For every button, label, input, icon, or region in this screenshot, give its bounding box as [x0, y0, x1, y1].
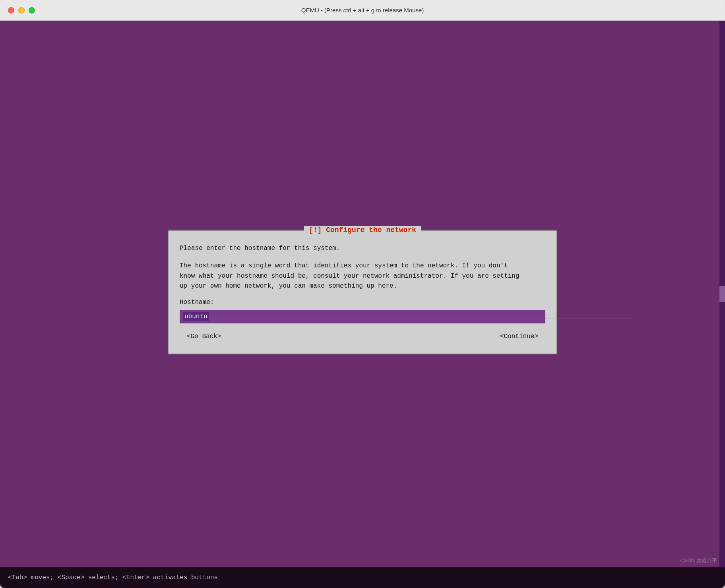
mac-window: QEMU - (Press ctrl + alt + g to release … [0, 0, 725, 588]
hostname-value: ubuntu [183, 312, 209, 321]
dialog-title: [!] Configure the network [304, 226, 421, 234]
bottom-bar: <Tab> moves; <Space> selects; <Enter> ac… [0, 567, 725, 588]
dialog-buttons: <Go Back> <Continue> [180, 331, 545, 342]
window-title: QEMU - (Press ctrl + alt + g to release … [301, 7, 424, 14]
dialog-paragraph1: Please enter the hostname for this syste… [180, 244, 545, 254]
continue-button[interactable]: <Continue> [497, 331, 541, 342]
dialog-title-row: [!] Configure the network [169, 226, 556, 234]
go-back-button[interactable]: <Go Back> [184, 331, 224, 342]
csdn-watermark: CSDN @捡点平 [680, 557, 717, 564]
close-button[interactable] [8, 7, 14, 14]
dialog-title-line-left [169, 230, 304, 230]
hostname-cursor-area: ________________________________________… [209, 313, 633, 320]
dialog-paragraph2: The hostname is a single word that ident… [180, 261, 545, 292]
hostname-input-row[interactable]: ubuntu__________________________________… [180, 310, 545, 323]
dialog-content: Please enter the hostname for this syste… [169, 234, 556, 353]
traffic-lights [8, 7, 35, 14]
scrollbar[interactable] [719, 21, 725, 567]
scrollbar-thumb[interactable] [719, 286, 725, 302]
hostname-label: Hostname: [180, 299, 545, 306]
minimize-button[interactable] [18, 7, 25, 14]
title-bar: QEMU - (Press ctrl + alt + g to release … [0, 0, 725, 21]
dialog-title-line-right [421, 230, 556, 230]
maximize-button[interactable] [29, 7, 35, 14]
configure-network-dialog: [!] Configure the network Please enter t… [168, 230, 557, 354]
qemu-screen: [!] Configure the network Please enter t… [0, 21, 725, 588]
bottom-bar-text: <Tab> moves; <Space> selects; <Enter> ac… [8, 574, 218, 581]
